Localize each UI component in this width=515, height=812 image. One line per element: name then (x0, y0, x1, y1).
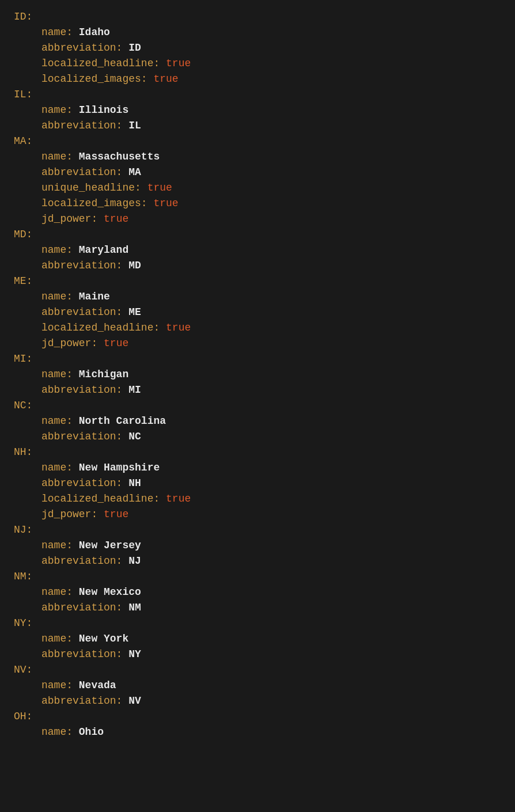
field-ID-localized_images: localized_images: true (14, 71, 501, 87)
entry-key-NJ: NJ: (14, 522, 501, 538)
entry-key-MI: MI: (14, 351, 501, 367)
field-NC-name: name: North Carolina (14, 413, 501, 429)
field-ID-name: name: Idaho (14, 25, 501, 40)
field-IL-name: name: Illinois (14, 103, 501, 118)
field-ME-name: name: Maine (14, 289, 501, 305)
field-ID-localized_headline: localized_headline: true (14, 56, 501, 71)
field-NH-jd_power: jd_power: true (14, 507, 501, 522)
entry-key-MA: MA: (14, 134, 501, 149)
field-NC-abbreviation: abbreviation: NC (14, 429, 501, 445)
field-OH-name: name: Ohio (14, 724, 501, 740)
entry-key-MD: MD: (14, 227, 501, 242)
field-NH-abbreviation: abbreviation: NH (14, 476, 501, 491)
entry-key-ME: ME: (14, 274, 501, 289)
yaml-content: ID:name: Idahoabbreviation: IDlocalized_… (14, 9, 501, 740)
field-MA-localized_images: localized_images: true (14, 196, 501, 211)
field-MD-abbreviation: abbreviation: MD (14, 258, 501, 274)
field-MA-unique_headline: unique_headline: true (14, 180, 501, 196)
entry-key-IL: IL: (14, 87, 501, 103)
field-NM-abbreviation: abbreviation: NM (14, 600, 501, 616)
field-NY-abbreviation: abbreviation: NY (14, 647, 501, 662)
field-NV-abbreviation: abbreviation: NV (14, 693, 501, 709)
field-IL-abbreviation: abbreviation: IL (14, 118, 501, 134)
field-MA-name: name: Massachusetts (14, 149, 501, 165)
field-NV-name: name: Nevada (14, 678, 501, 693)
entry-key-NM: NM: (14, 569, 501, 585)
entry-key-NY: NY: (14, 616, 501, 631)
field-ME-localized_headline: localized_headline: true (14, 320, 501, 336)
field-MA-jd_power: jd_power: true (14, 211, 501, 227)
field-ME-abbreviation: abbreviation: ME (14, 305, 501, 320)
entry-key-NH: NH: (14, 445, 501, 460)
field-NH-localized_headline: localized_headline: true (14, 491, 501, 507)
field-NY-name: name: New York (14, 631, 501, 647)
field-ME-jd_power: jd_power: true (14, 336, 501, 351)
field-NJ-abbreviation: abbreviation: NJ (14, 553, 501, 569)
field-MI-abbreviation: abbreviation: MI (14, 382, 501, 398)
field-MA-abbreviation: abbreviation: MA (14, 165, 501, 180)
field-ID-abbreviation: abbreviation: ID (14, 40, 501, 56)
field-NH-name: name: New Hampshire (14, 460, 501, 476)
entry-key-NC: NC: (14, 398, 501, 413)
entry-key-OH: OH: (14, 709, 501, 724)
field-MI-name: name: Michigan (14, 367, 501, 382)
field-NJ-name: name: New Jersey (14, 538, 501, 553)
field-MD-name: name: Maryland (14, 242, 501, 258)
entry-key-NV: NV: (14, 662, 501, 678)
field-NM-name: name: New Mexico (14, 585, 501, 600)
entry-key-ID: ID: (14, 9, 501, 25)
